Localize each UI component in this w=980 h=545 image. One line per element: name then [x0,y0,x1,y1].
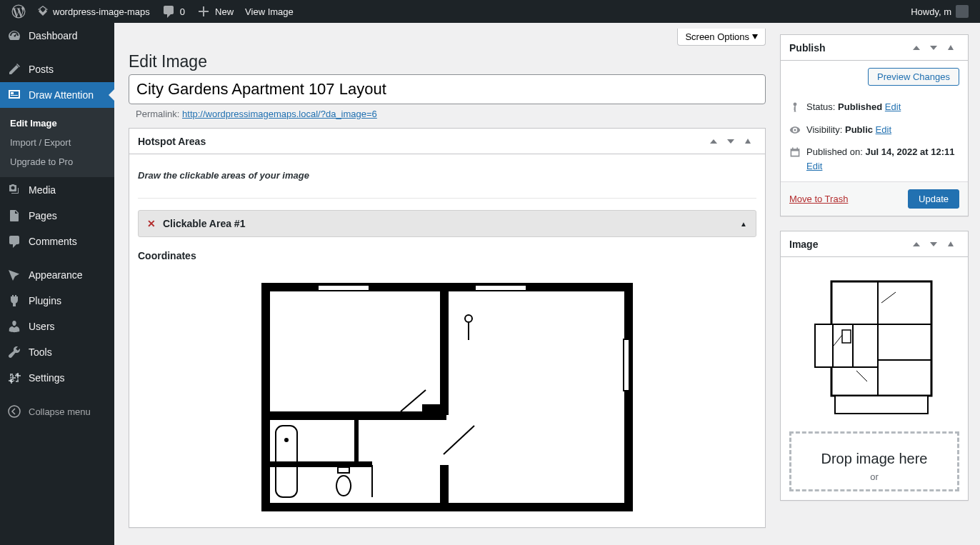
key-icon [789,101,801,113]
svg-point-0 [9,406,20,417]
area-collapse-icon[interactable]: ▲ [740,220,747,228]
sidebar-item-tools[interactable]: Tools [0,339,114,365]
status-edit-link[interactable]: Edit [885,101,901,112]
svg-rect-13 [623,339,624,391]
new-content[interactable]: New [191,0,239,23]
site-name: wordpress-image-maps [53,6,150,17]
area-title: Clickable Area #1 [163,218,245,229]
submenu-import-export[interactable]: Import / Export [0,133,114,152]
move-to-trash-link[interactable]: Move to Trash [789,194,848,204]
floorplan-canvas[interactable] [261,283,633,511]
postbox-move-down[interactable] [722,131,739,151]
svg-rect-2 [440,286,449,415]
hotspot-heading: Hotspot Areas [138,130,206,153]
update-button[interactable]: Update [908,189,959,209]
sidebar-item-appearance[interactable]: Appearance [0,262,114,288]
draw-attention-submenu: Edit Image Import / Export Upgrade to Pr… [0,108,114,177]
avatar [956,5,969,18]
triangle-up-icon [948,45,954,50]
postbox-move-down[interactable] [925,234,942,254]
hotspot-hint: Draw the clickable areas of your image [138,163,756,199]
my-account[interactable]: Howdy, m [905,0,974,23]
postbox-toggle[interactable] [942,38,959,58]
site-link[interactable]: wordpress-image-maps [31,0,156,23]
main-content: Screen Options Edit Image Permalink: htt… [114,23,780,545]
svg-rect-14 [629,339,630,391]
svg-rect-7 [317,284,370,286]
permalink: Permalink: http://wordpressimagemaps.loc… [129,107,766,128]
submenu-upgrade[interactable]: Upgrade to Pro [0,152,114,171]
publish-postbox: Publish Preview Changes Status: [780,34,969,216]
view-image-link[interactable]: View Image [239,0,299,23]
howdy-text: Howdy, m [911,6,951,17]
svg-rect-5 [265,461,372,467]
svg-rect-10 [474,284,527,286]
chevron-up-icon [913,242,920,246]
published-label: Published on: [806,146,863,157]
dropzone-title: Drop image here [799,451,950,467]
svg-rect-9 [476,286,526,290]
svg-rect-23 [815,324,833,367]
sidebar-item-plugins[interactable]: Plugins [0,288,114,314]
chevron-down-icon [930,46,937,50]
postbox-move-up[interactable] [705,131,722,151]
svg-rect-12 [624,340,629,390]
svg-rect-11 [474,290,527,291]
screen-options-button[interactable]: Screen Options [677,29,766,46]
delete-area-icon[interactable]: ✕ [147,218,156,229]
preview-changes-button[interactable]: Preview Changes [868,68,959,86]
title-input[interactable] [129,74,766,104]
admin-bar: wordpress-image-maps 0 New View Image Ho… [0,0,980,23]
page-title: Edit Image [129,46,766,74]
sidebar-item-settings[interactable]: Settings [0,365,114,391]
chevron-up-icon [913,46,920,50]
svg-rect-22 [831,281,931,396]
collapse-menu[interactable]: Collapse menu [0,399,114,424]
hotspot-postbox: Hotspot Areas Draw the clickable areas o… [129,128,766,528]
image-heading: Image [789,233,818,256]
svg-rect-6 [319,286,369,290]
status-label: Status: [806,101,835,112]
sidebar-item-media[interactable]: Media [0,177,114,203]
sidebar-item-draw-attention[interactable]: Draw Attention [0,82,114,108]
submenu-edit-image[interactable]: Edit Image [0,114,114,133]
chevron-down-icon [752,34,758,39]
sidebar-item-comments[interactable]: Comments [0,229,114,254]
triangle-up-icon [745,139,751,144]
sidebar-item-posts[interactable]: Posts [0,56,114,82]
postbox-toggle[interactable] [739,131,756,151]
clickable-area-header[interactable]: ✕ Clickable Area #1 ▲ [138,210,756,237]
postbox-move-up[interactable] [908,38,925,58]
published-edit-link[interactable]: Edit [806,161,822,171]
postbox-move-down[interactable] [925,38,942,58]
visibility-icon [789,124,801,136]
published-value: Jul 14, 2022 at 12:11 [865,146,954,157]
chevron-down-icon [930,242,937,246]
comment-count: 0 [180,6,185,17]
calendar-icon [789,146,801,158]
image-preview[interactable] [789,266,959,426]
coordinates-label: Coordinates [138,250,756,261]
triangle-up-icon [948,241,954,246]
chevron-down-icon [727,139,734,144]
sidebar-item-pages[interactable]: Pages [0,203,114,229]
postbox-move-up[interactable] [908,234,925,254]
admin-sidebar: Dashboard Posts Draw Attention Edit Imag… [0,23,114,545]
svg-rect-15 [354,419,359,461]
svg-rect-8 [317,290,370,291]
permalink-label: Permalink: [136,109,179,119]
image-dropzone[interactable]: Drop image here or [789,431,959,491]
status-value: Published [838,101,882,112]
visibility-label: Visibility: [806,124,842,135]
permalink-url[interactable]: http://wordpressimagemaps.local/?da_imag… [182,109,377,119]
visibility-edit-link[interactable]: Edit [876,124,891,135]
svg-point-17 [284,438,289,442]
new-label: New [215,6,234,17]
chevron-up-icon [710,139,717,144]
comments-bubble[interactable]: 0 [156,0,191,23]
wp-logo[interactable] [6,0,31,23]
svg-rect-21 [422,404,444,411]
sidebar-item-users[interactable]: Users [0,314,114,339]
postbox-toggle[interactable] [942,234,959,254]
sidebar-item-dashboard[interactable]: Dashboard [0,23,114,49]
